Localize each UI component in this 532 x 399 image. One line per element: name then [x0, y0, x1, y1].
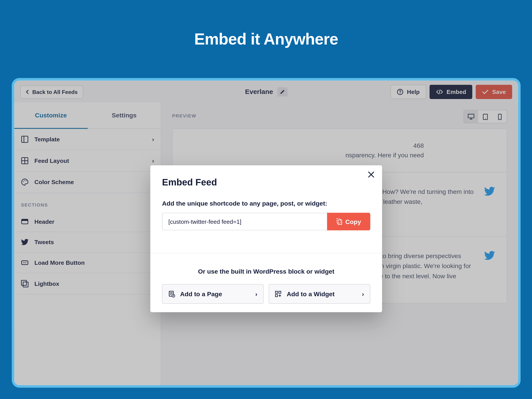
add-to-page-button[interactable]: Add to a Page ›: [162, 284, 264, 304]
svg-rect-34: [275, 291, 277, 293]
add-to-page-label: Add to a Page: [180, 290, 222, 298]
widget-icon: [275, 291, 282, 297]
svg-rect-25: [338, 220, 342, 224]
modal-subtitle: Add the unique shortcode to any page, po…: [162, 200, 370, 207]
add-to-widget-button[interactable]: Add to a Widget ›: [269, 284, 370, 304]
hero-title: Embed it Anywhere: [0, 0, 532, 78]
shortcode-input[interactable]: [162, 213, 327, 231]
copy-button[interactable]: Copy: [327, 213, 370, 231]
chevron-right-icon: ›: [362, 290, 364, 298]
modal-or-text: Or use the built in WordPress block or w…: [150, 253, 382, 275]
chevron-right-icon: ›: [255, 290, 257, 298]
embed-feed-modal: Embed Feed Add the unique shortcode to a…: [150, 165, 382, 312]
copy-icon: [336, 218, 342, 225]
close-icon: [368, 171, 374, 178]
copy-label: Copy: [345, 218, 361, 225]
svg-rect-36: [275, 294, 277, 296]
page-plus-icon: [168, 291, 175, 297]
modal-title: Embed Feed: [162, 177, 370, 188]
app-window: Back to All Feeds Everlane Help Embed: [12, 78, 521, 388]
svg-rect-35: [279, 291, 281, 293]
svg-rect-26: [336, 219, 340, 223]
close-button[interactable]: [368, 171, 374, 178]
add-to-widget-label: Add to a Widget: [287, 290, 335, 298]
